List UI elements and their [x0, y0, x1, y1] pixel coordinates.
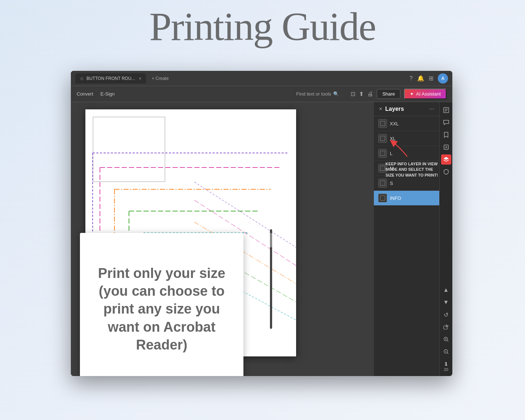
sidebar-comments-icon[interactable]	[441, 117, 451, 128]
instruction-card: Print only your size (you can choose to …	[80, 233, 243, 376]
new-tab-label: + Create	[152, 76, 169, 81]
tab-label: BUTTON FRONT ROU...	[86, 76, 135, 81]
scroll-thumb[interactable]	[270, 233, 272, 247]
sidebar-nav-up[interactable]: ▲	[441, 285, 451, 295]
convert-button[interactable]: Convert	[77, 91, 93, 97]
layer-item-xxl[interactable]: XXL	[374, 116, 439, 131]
new-tab-button[interactable]: + Create	[149, 74, 171, 82]
tab-close-button[interactable]: ×	[139, 76, 142, 81]
layer-name: XXL	[390, 121, 435, 126]
right-section: × Layers ··· XXL XL L	[374, 102, 452, 376]
content-area: A1	[71, 102, 452, 376]
upload-icon[interactable]: ⬆	[359, 90, 364, 97]
sidebar-nav-down[interactable]: ▼	[441, 297, 451, 307]
svg-rect-22	[444, 326, 447, 329]
arrow-icon	[385, 137, 415, 158]
info-annotation: KEEP INFO LAYER IN VIEW MODE AND SELECT …	[381, 133, 447, 182]
acrobat-window: ☆ BUTTON FRONT ROU... × + Create ? 🔔 ⊞ A…	[71, 71, 452, 376]
page-title: Printing Guide	[149, 4, 376, 50]
page-number: 1	[445, 361, 447, 367]
layers-title: Layers	[385, 106, 426, 112]
star-icon: ☆	[80, 76, 84, 81]
search-area: Find text or tools 🔍	[296, 91, 339, 97]
card-text: Print only your size (you can choose to …	[91, 264, 233, 354]
search-icon[interactable]: 🔍	[333, 91, 339, 97]
esign-button[interactable]: E-Sign	[101, 91, 115, 97]
layers-header: × Layers ···	[374, 102, 439, 116]
layer-item-info[interactable]: INFO	[374, 191, 439, 206]
sidebar-zoom-out-icon[interactable]	[441, 347, 451, 357]
help-icon[interactable]: ?	[409, 75, 413, 82]
layers-panel: × Layers ··· XXL XL L	[374, 102, 439, 376]
toolbar-right-buttons: ⊡ ⬆ 🖨 Share ✦ AI Assistant	[351, 89, 447, 99]
ai-icon: ✦	[410, 91, 414, 97]
layers-more-button[interactable]: ···	[429, 106, 434, 112]
sidebar-share-icon[interactable]	[441, 322, 451, 332]
svg-line-29	[447, 353, 448, 354]
grid-icon[interactable]: ⊞	[429, 75, 433, 82]
title-bar-right: ? 🔔 ⊞ A	[409, 73, 448, 84]
sidebar-zoom-in-icon[interactable]	[441, 334, 451, 344]
layer-icon	[378, 119, 387, 128]
page-total: 20	[444, 367, 448, 372]
svg-line-26	[447, 340, 448, 342]
pdf-viewer[interactable]: A1	[71, 102, 374, 376]
title-bar: ☆ BUTTON FRONT ROU... × + Create ? 🔔 ⊞ A	[71, 71, 452, 86]
layer-icon	[378, 194, 387, 202]
compare-icon[interactable]: ⊡	[351, 90, 355, 97]
sidebar-refresh-icon[interactable]: ↺	[441, 310, 451, 320]
scrollbar[interactable]	[270, 229, 272, 329]
search-text: Find text or tools	[296, 91, 331, 97]
layer-name: INFO	[390, 195, 435, 201]
print-icon[interactable]: 🖨	[367, 91, 373, 97]
toolbar: Convert E-Sign Find text or tools 🔍 ⊡ ⬆ …	[71, 86, 452, 102]
annotation-text: KEEP INFO LAYER IN VIEW MODE AND SELECT …	[385, 161, 442, 178]
ai-assistant-button[interactable]: ✦ AI Assistant	[404, 89, 447, 99]
notification-icon[interactable]: 🔔	[417, 75, 424, 82]
sidebar-pages-icon[interactable]	[441, 105, 451, 115]
active-tab[interactable]: ☆ BUTTON FRONT ROU... ×	[75, 73, 146, 84]
layers-close-button[interactable]: ×	[379, 106, 382, 112]
share-button[interactable]: Share	[377, 89, 400, 99]
avatar[interactable]: A	[438, 73, 448, 84]
